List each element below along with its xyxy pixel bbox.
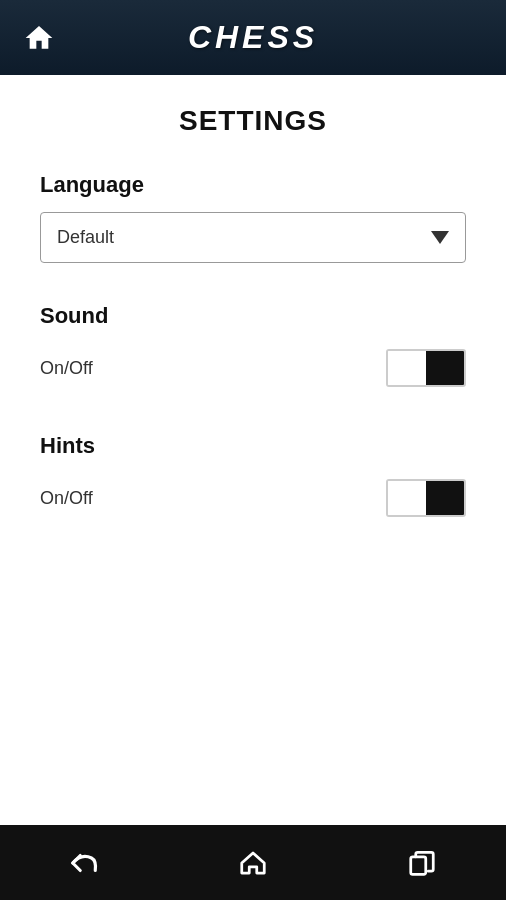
sound-label: Sound — [40, 303, 466, 329]
language-dropdown[interactable]: Default — [40, 212, 466, 263]
back-icon — [69, 848, 99, 878]
recent-apps-icon — [407, 848, 437, 878]
back-button[interactable] — [49, 838, 119, 888]
home-button[interactable] — [15, 14, 63, 62]
hints-label: Hints — [40, 433, 466, 459]
sound-section: Sound On/Off — [40, 303, 466, 393]
main-content: SETTINGS Language Default Sound On/Off H… — [0, 75, 506, 825]
sound-toggle-off — [388, 351, 426, 385]
language-label: Language — [40, 172, 466, 198]
hints-toggle-off — [388, 481, 426, 515]
app-title: CHESS — [188, 19, 318, 56]
top-bar: CHESS — [0, 0, 506, 75]
hints-toggle[interactable] — [386, 479, 466, 517]
language-selected-value: Default — [57, 227, 114, 248]
language-section: Language Default — [40, 172, 466, 263]
home-nav-button[interactable] — [218, 838, 288, 888]
page-title: SETTINGS — [40, 105, 466, 137]
sound-toggle-on — [426, 351, 464, 385]
sound-toggle-label: On/Off — [40, 358, 93, 379]
sound-toggle-row: On/Off — [40, 343, 466, 393]
dropdown-arrow-icon — [431, 231, 449, 244]
hints-toggle-on — [426, 481, 464, 515]
svg-rect-0 — [410, 856, 425, 874]
hints-toggle-row: On/Off — [40, 473, 466, 523]
home-icon — [23, 22, 55, 54]
bottom-nav-bar — [0, 825, 506, 900]
hints-toggle-label: On/Off — [40, 488, 93, 509]
home-nav-icon — [238, 848, 268, 878]
recent-apps-button[interactable] — [387, 838, 457, 888]
sound-toggle[interactable] — [386, 349, 466, 387]
hints-section: Hints On/Off — [40, 433, 466, 523]
